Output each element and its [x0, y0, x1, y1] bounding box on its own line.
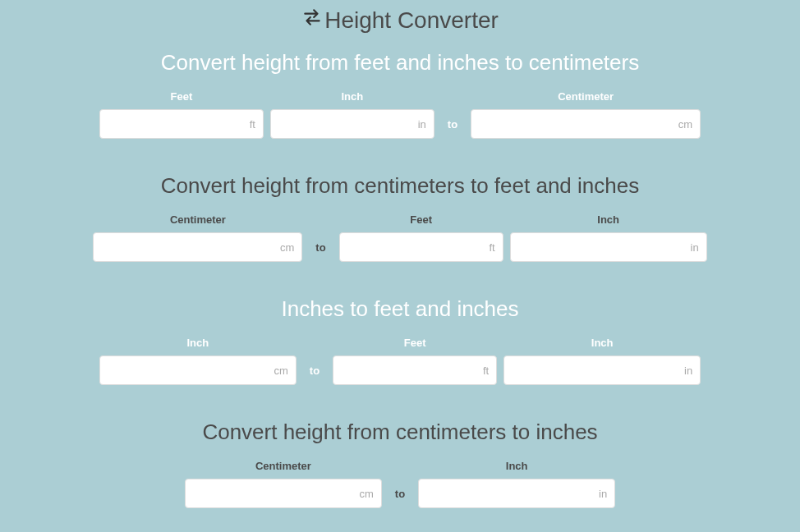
input-row: Feet ft Inch in to Centimeter cm [25, 90, 775, 139]
section-cm-to-in: Convert height from centimeters to inche… [0, 420, 800, 508]
inch-label: Inch [341, 90, 363, 103]
feet-field: Feet ft [339, 213, 503, 262]
to-label: to [389, 488, 411, 508]
cm-field: Centimeter cm [185, 460, 382, 508]
feet-input[interactable] [99, 109, 264, 139]
inch-field: Inch in [270, 90, 434, 139]
feet-input[interactable] [333, 355, 497, 385]
section-title: Convert height from centimeters to inche… [25, 420, 775, 445]
to-label: to [441, 118, 464, 139]
to-label: to [303, 365, 326, 385]
cm-label: Centimeter [170, 213, 226, 226]
page-title-text: Height Converter [324, 7, 499, 34]
input-row: Inch cm to Feet ft Inch in [25, 337, 775, 385]
page-header: Height Converter [0, 0, 800, 50]
input-row: Centimeter cm to Feet ft Inch in [25, 213, 775, 262]
inch-field: Inch cm [99, 337, 297, 385]
feet-label: Feet [404, 337, 426, 349]
feet-input[interactable] [339, 232, 503, 262]
inch-out-input[interactable] [503, 355, 701, 385]
feet-label: Feet [410, 213, 432, 226]
inch-input[interactable] [418, 479, 615, 508]
cm-input[interactable] [185, 479, 382, 508]
feet-field: Feet ft [99, 90, 264, 139]
cm-label: Centimeter [255, 460, 311, 472]
inch-label: Inch [186, 337, 209, 349]
feet-field: Feet ft [333, 337, 497, 385]
section-title: Convert height from feet and inches to c… [25, 50, 775, 76]
section-ft-in-to-cm: Convert height from feet and inches to c… [0, 50, 800, 139]
section-cm-to-ft-in: Convert height from centimeters to feet … [0, 173, 800, 262]
input-row: Centimeter cm to Inch in [25, 460, 775, 508]
inch-input[interactable] [510, 232, 707, 262]
section-title: Inches to feet and inches [25, 296, 775, 322]
swap-horizontal-icon [301, 7, 323, 34]
inch-input[interactable] [270, 109, 434, 139]
cm-input[interactable] [93, 232, 302, 262]
cm-label: Centimeter [558, 90, 614, 103]
inch-field: Inch in [510, 213, 707, 262]
cm-field: Centimeter cm [93, 213, 302, 262]
inch-out-label: Inch [591, 337, 614, 349]
cm-input[interactable] [471, 109, 701, 139]
page-title: Height Converter [301, 7, 499, 34]
inch-out-field: Inch in [503, 337, 701, 385]
inch-label: Inch [597, 213, 619, 226]
inch-input[interactable] [99, 355, 297, 385]
inch-field: Inch in [418, 460, 615, 508]
feet-label: Feet [170, 90, 192, 103]
section-in-to-ft-in: Inches to feet and inches Inch cm to Fee… [0, 296, 800, 385]
to-label: to [309, 241, 332, 262]
inch-label: Inch [506, 460, 528, 472]
section-title: Convert height from centimeters to feet … [25, 173, 775, 199]
cm-field: Centimeter cm [471, 90, 701, 139]
